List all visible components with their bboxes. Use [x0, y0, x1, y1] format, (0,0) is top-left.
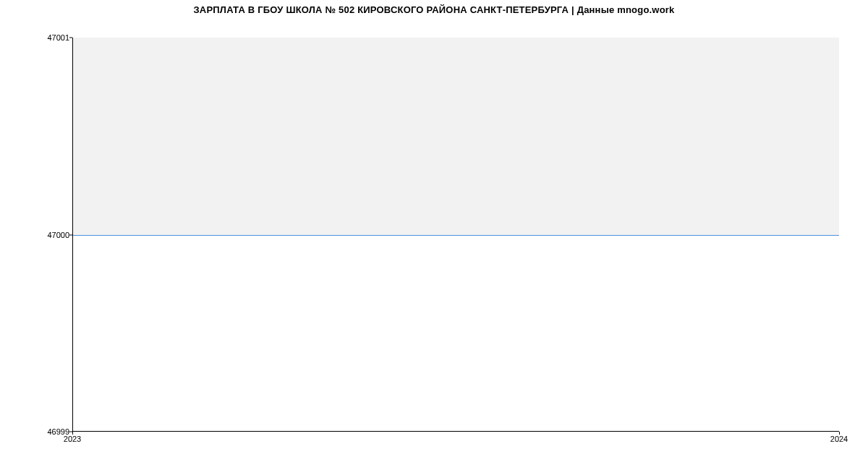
y-tick-mark — [69, 38, 72, 38]
area-fill — [73, 38, 839, 235]
y-tick-label: 46999 — [0, 427, 69, 436]
x-tick-label: 2024 — [830, 435, 848, 443]
y-tick-label: 47001 — [0, 33, 69, 42]
salary-chart: ЗАРПЛАТА В ГБОУ ШКОЛА № 502 КИРОВСКОГО Р… — [0, 0, 868, 448]
y-tick-mark — [69, 234, 72, 235]
plot-area — [72, 38, 839, 432]
x-tick-mark — [839, 432, 840, 435]
x-tick-mark — [72, 432, 73, 435]
y-tick-label: 47000 — [0, 231, 69, 239]
x-tick-label: 2023 — [64, 435, 81, 443]
data-line — [73, 235, 839, 236]
chart-title: ЗАРПЛАТА В ГБОУ ШКОЛА № 502 КИРОВСКОГО Р… — [0, 0, 868, 15]
